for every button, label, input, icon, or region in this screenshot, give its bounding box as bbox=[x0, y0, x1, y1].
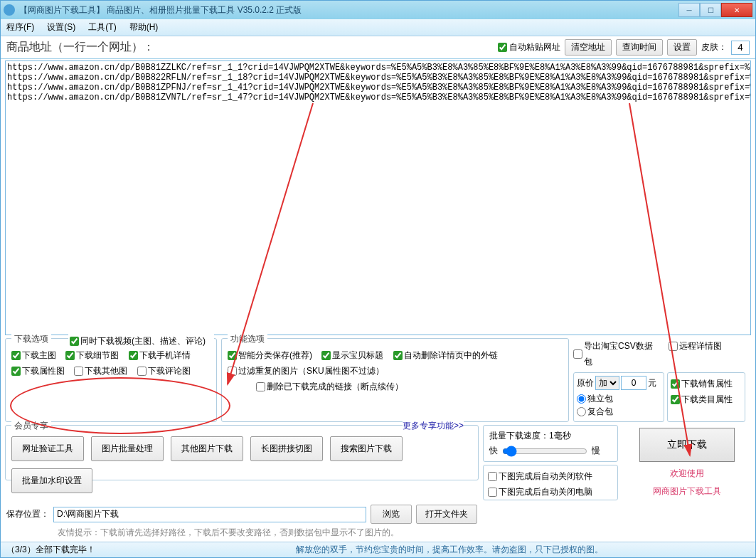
speed-slow-label: 慢 bbox=[592, 445, 600, 457]
menubar: 程序(F) 设置(S) 工具(T) 帮助(H) bbox=[1, 19, 755, 36]
download-now-button[interactable]: 立即下载 bbox=[639, 428, 735, 462]
price-value-input[interactable] bbox=[621, 376, 646, 390]
speed-legend: 批量下载速度：1毫秒 bbox=[489, 430, 612, 442]
statusbar: （3/3）全部下载完毕！ 解放您的双手，节约您宝贵的时间，提高工作效率。请勿盗图… bbox=[1, 542, 755, 557]
url-textarea[interactable] bbox=[6, 61, 750, 335]
auto-paste-checkbox[interactable]: 自动粘贴网址 bbox=[498, 41, 560, 53]
search-download-button[interactable]: 搜索图片下载 bbox=[330, 436, 403, 461]
show-title-checkbox[interactable]: 显示宝贝标题 bbox=[321, 347, 383, 363]
speed-slider[interactable] bbox=[502, 446, 587, 457]
close-soft-checkbox[interactable]: 下图完成后自动关闭软件 bbox=[488, 468, 592, 484]
download-options-group: 下载选项 同时下载视频(主图、描述、评论) 下载主图 下载细节图 下载手机详情 … bbox=[5, 338, 217, 422]
dl-sale-attr-checkbox[interactable]: 下载销售属性 bbox=[671, 376, 733, 391]
status-right: 解放您的双手，节约您宝贵的时间，提高工作效率。请勿盗图，只下已授权的图。 bbox=[149, 544, 750, 556]
export-csv-checkbox[interactable]: 导出淘宝CSV数据包 bbox=[573, 338, 659, 369]
pack-combo-radio[interactable]: 复合包 bbox=[577, 406, 613, 418]
menu-help[interactable]: 帮助(H) bbox=[129, 21, 159, 33]
save-path-input[interactable] bbox=[53, 507, 366, 522]
maximize-button[interactable]: ☐ bbox=[700, 3, 721, 17]
price-unit: 元 bbox=[648, 377, 656, 389]
page-title: 商品地址（一行一个网址）： bbox=[6, 40, 494, 55]
minimize-button[interactable]: ─ bbox=[678, 3, 700, 17]
dl-cat-attr-checkbox[interactable]: 下载类目属性 bbox=[671, 391, 733, 407]
skin-label: 皮肤： bbox=[701, 41, 727, 53]
download-comment-img-checkbox[interactable]: 下载评论图 bbox=[137, 363, 191, 379]
browse-button[interactable]: 浏览 bbox=[371, 505, 412, 524]
price-label: 原价 bbox=[577, 377, 594, 389]
menu-tools[interactable]: 工具(T) bbox=[88, 21, 116, 33]
close-pc-checkbox[interactable]: 下图完成后自动关闭电脑 bbox=[488, 484, 592, 500]
function-options-group: 功能选项 智能分类保存(推荐) 显示宝贝标题 自动删除详情页中的外链 过滤重复的… bbox=[221, 338, 569, 422]
download-options-legend: 下载选项 bbox=[11, 333, 51, 345]
other-download-button[interactable]: 其他图片下载 bbox=[171, 436, 243, 461]
function-options-legend: 功能选项 bbox=[228, 333, 267, 345]
query-time-button[interactable]: 查询时间 bbox=[616, 39, 663, 56]
skin-input[interactable] bbox=[731, 41, 750, 55]
del-done-checkbox[interactable]: 删除已下载完成的链接（断点续传） bbox=[256, 379, 403, 394]
welcome-text: 欢迎使用 bbox=[670, 468, 704, 480]
member-group: 会员专享 更多专享功能>> 网址验证工具 图片批量处理 其他图片下载 长图拼接切… bbox=[5, 425, 479, 480]
download-video-checkbox[interactable]: 同时下载视频(主图、描述、评论) bbox=[70, 333, 206, 349]
more-member-link[interactable]: 更多专享功能>> bbox=[403, 420, 464, 432]
url-textarea-box bbox=[5, 60, 751, 335]
download-attr-img-checkbox[interactable]: 下载属性图 bbox=[11, 363, 65, 379]
status-left: （3/3）全部下载完毕！ bbox=[6, 544, 149, 556]
auto-del-ext-checkbox[interactable]: 自动删除详情页中的外链 bbox=[393, 347, 498, 363]
clear-url-button[interactable]: 清空地址 bbox=[565, 39, 612, 56]
window-title: 【网商图片下载工具】 商品图片、相册照片批量下载工具 V35.0.2.2 正式版 bbox=[19, 4, 678, 16]
close-button[interactable]: ✕ bbox=[721, 3, 752, 17]
open-folder-button[interactable]: 打开文件夹 bbox=[416, 505, 477, 524]
remote-detail-checkbox[interactable]: 远程详情图 bbox=[669, 338, 722, 354]
settings-button[interactable]: 设置 bbox=[667, 39, 697, 56]
speed-fast-label: 快 bbox=[489, 445, 498, 457]
download-detail-img-checkbox[interactable]: 下载细节图 bbox=[65, 347, 119, 363]
smart-save-checkbox[interactable]: 智能分类保存(推荐) bbox=[228, 347, 312, 363]
url-verify-button[interactable]: 网址验证工具 bbox=[11, 436, 84, 461]
menu-settings[interactable]: 设置(S) bbox=[47, 21, 75, 33]
watermark-button[interactable]: 批量加水印设置 bbox=[11, 468, 92, 493]
save-label: 保存位置： bbox=[6, 508, 49, 520]
member-legend: 会员专享 bbox=[11, 420, 51, 432]
menu-program[interactable]: 程序(F) bbox=[6, 21, 34, 33]
price-op-select[interactable]: 加 bbox=[595, 376, 619, 390]
pack-single-radio[interactable]: 独立包 bbox=[577, 393, 613, 405]
app-icon bbox=[4, 4, 15, 16]
long-cut-button[interactable]: 长图拼接切图 bbox=[250, 436, 323, 461]
speed-group: 批量下载速度：1毫秒 快 慢 bbox=[483, 425, 618, 462]
download-mobile-detail-checkbox[interactable]: 下载手机详情 bbox=[129, 347, 191, 363]
batch-process-button[interactable]: 图片批量处理 bbox=[91, 436, 164, 461]
download-main-img-checkbox[interactable]: 下载主图 bbox=[11, 347, 56, 363]
tool-name-text: 网商图片下载工具 bbox=[653, 485, 721, 498]
filter-dup-checkbox[interactable]: 过滤重复的图片（SKU属性图不过滤） bbox=[228, 363, 384, 379]
titlebar: 【网商图片下载工具】 商品图片、相册照片批量下载工具 V35.0.2.2 正式版… bbox=[1, 1, 755, 19]
save-hint: 友情提示：下载前请先选择好路径，下载后不要改变路径，否则数据包中显示不了图片的。 bbox=[1, 527, 755, 542]
download-other-img-checkbox[interactable]: 下载其他图 bbox=[74, 363, 127, 379]
